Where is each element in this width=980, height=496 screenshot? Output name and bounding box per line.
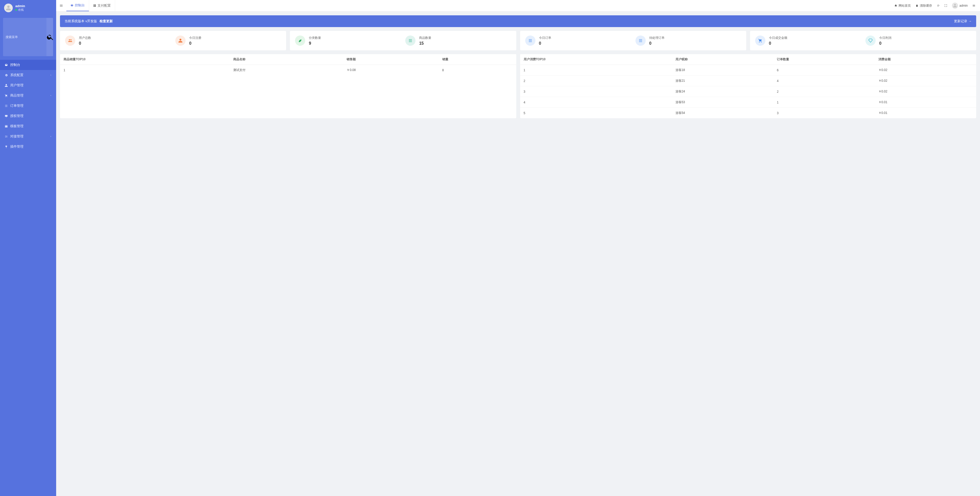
user-icon — [175, 35, 186, 46]
header-user[interactable]: admin — [952, 3, 968, 9]
fullscreen-button[interactable] — [944, 4, 947, 7]
sidebar-item-dashboard[interactable]: 控制台 — [0, 60, 56, 70]
sidebar-item-label: 控制台 — [10, 62, 20, 67]
sidebar-item-label: 对接管理 — [10, 134, 24, 139]
sidebar: admin 在线 控制台系统配置用户管理商品管理订单管理授权管理模板管理对接管理… — [0, 0, 56, 496]
leaf-icon — [295, 35, 305, 46]
sidebar-item-label: 授权管理 — [10, 114, 24, 118]
sidebar-item-label: 模板管理 — [10, 124, 24, 128]
status-dot-icon — [15, 9, 17, 11]
plug-icon — [4, 145, 8, 148]
content: 当前系统版本 v开发版 检查更新 更新记录 → 用户总数0 今日注册0 — [56, 11, 980, 496]
gear-icon — [4, 73, 8, 77]
sidebar-item-users[interactable]: 用户管理 — [0, 80, 56, 91]
version-banner: 当前系统版本 v开发版 检查更新 更新记录 → — [60, 15, 976, 27]
sidebar-item-auth[interactable]: 授权管理 — [0, 111, 56, 121]
sidebar-item-orders[interactable]: 订单管理 — [0, 100, 56, 111]
tabs: 控制台支付配置 — [66, 0, 115, 11]
search-icon — [46, 18, 53, 56]
bars-icon — [972, 4, 975, 7]
cart-icon — [4, 94, 8, 97]
table-row: 5游客543￥0.01 — [520, 108, 977, 118]
consume-top10-panel: 用户消费TOP10用户昵称订单数量消费金额 1游客186￥0.022游客214￥… — [520, 54, 977, 118]
chevron-icon — [49, 94, 52, 97]
sidebar-toggle[interactable] — [56, 0, 66, 11]
table-row: 1测试支付￥0.088 — [60, 65, 516, 76]
sidebar-item-plugins[interactable]: 插件管理 — [0, 142, 56, 152]
card-money: 今日成交金额0 今日利润0 — [750, 31, 976, 50]
column-header: 订单数量 — [773, 54, 875, 65]
column-header: 销售额 — [343, 54, 438, 65]
update-history-link[interactable]: 更新记录 → — [954, 19, 972, 24]
user-name: admin — [15, 4, 25, 8]
consume-table: 用户消费TOP10用户昵称订单数量消费金额 1游客186￥0.022游客214￥… — [520, 54, 977, 118]
column-header: 消费金额 — [875, 54, 976, 65]
sidebar-item-label: 插件管理 — [10, 144, 24, 149]
list-icon — [405, 35, 415, 46]
sidebar-item-label: 系统配置 — [10, 73, 24, 77]
menu-search — [3, 18, 53, 56]
search-input[interactable] — [3, 18, 46, 56]
refresh-button[interactable] — [937, 4, 940, 7]
list-icon — [4, 104, 8, 107]
table-row: 1游客186￥0.02 — [520, 65, 977, 76]
column-header: 商品销量TOP10 — [60, 54, 230, 65]
desktop-icon — [4, 115, 8, 118]
dashboard-icon — [70, 4, 73, 7]
list-icon — [635, 35, 646, 46]
search-button[interactable] — [46, 18, 53, 56]
card-users: 用户总数0 今日注册0 — [60, 31, 286, 50]
fullscreen-icon — [944, 4, 947, 7]
window-icon — [4, 124, 8, 128]
clear-cache-button[interactable]: 清除缓存 — [915, 3, 932, 8]
cart-icon — [755, 35, 765, 46]
table-row: 2游客214￥0.02 — [520, 76, 977, 86]
diamond-icon — [865, 35, 876, 46]
sales-table: 商品销量TOP10商品名称销售额销量 1测试支付￥0.088 — [60, 54, 516, 75]
card-products: 分类数量9 商品数量15 — [290, 31, 516, 50]
home-icon — [894, 4, 897, 7]
stat-cards: 用户总数0 今日注册0 分类数量9 商品数量15 — [60, 31, 976, 50]
tab-dashboard[interactable]: 控制台 — [66, 0, 89, 11]
sidebar-item-label: 用户管理 — [10, 83, 24, 88]
sidebar-item-products[interactable]: 商品管理 — [0, 91, 56, 100]
more-menu[interactable] — [972, 4, 975, 7]
dashboard-icon — [4, 63, 8, 67]
version-text: 当前系统版本 v开发版 — [65, 19, 97, 24]
header: 控制台支付配置 网站首页 清除缓存 admin — [56, 0, 980, 11]
column-header: 商品名称 — [230, 54, 343, 65]
table-row: 3游客242￥0.02 — [520, 86, 977, 97]
chevron-icon — [49, 135, 52, 139]
column-header: 用户消费TOP10 — [520, 54, 672, 65]
sidebar-user[interactable]: admin 在线 — [0, 0, 56, 16]
avatar-icon — [952, 3, 958, 9]
sidebar-item-system[interactable]: 系统配置 — [0, 70, 56, 80]
avatar — [4, 3, 13, 12]
list-icon — [525, 35, 535, 46]
user-icon — [4, 84, 8, 87]
tab-payconfig[interactable]: 支付配置 — [89, 0, 115, 11]
column-header: 销量 — [439, 54, 516, 65]
sliders-icon — [4, 135, 8, 138]
user-status: 在线 — [15, 8, 25, 12]
sales-top10-panel: 商品销量TOP10商品名称销售额销量 1测试支付￥0.088 — [60, 54, 516, 118]
refresh-icon — [937, 4, 940, 7]
bars-icon — [59, 4, 63, 7]
users-icon — [65, 35, 75, 46]
trash-icon — [915, 4, 918, 7]
sidebar-item-dock[interactable]: 对接管理 — [0, 131, 56, 142]
column-header: 用户昵称 — [672, 54, 773, 65]
chevron-icon — [49, 73, 52, 77]
site-home-link[interactable]: 网站首页 — [894, 3, 911, 8]
card-orders: 今日订单0 待处理订单0 — [520, 31, 746, 50]
sidebar-item-templates[interactable]: 模板管理 — [0, 121, 56, 131]
sidebar-item-label: 商品管理 — [10, 93, 24, 98]
grid-icon — [93, 4, 96, 7]
sidebar-item-label: 订单管理 — [10, 104, 24, 108]
table-row: 4游客531￥0.01 — [520, 97, 977, 108]
sidebar-menu: 控制台系统配置用户管理商品管理订单管理授权管理模板管理对接管理插件管理 — [0, 58, 56, 496]
check-update-link[interactable]: 检查更新 — [100, 19, 113, 24]
